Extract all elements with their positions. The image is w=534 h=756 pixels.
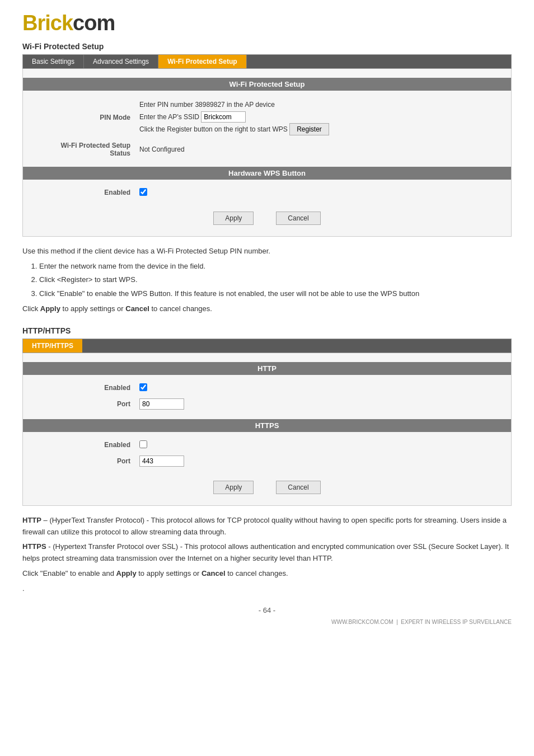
http-port-input[interactable]: [139, 398, 184, 410]
footer-tagline: EXPERT IN WIRELESS IP SURVEILLANCE: [401, 619, 512, 625]
wps-step1: Enter the network name from the device i…: [39, 261, 512, 273]
http-note-mid: to apply settings or: [137, 569, 202, 577]
http-note-suffix: to cancel changes.: [226, 569, 288, 577]
http-tab-bar: HTTP/HTTPS: [22, 339, 512, 353]
hw-enabled-row: Enabled: [34, 185, 500, 200]
wps-steps: Enter the network name from the device i…: [22, 261, 512, 300]
https-port-value: [135, 453, 500, 469]
pin-line3: Click the Register button on the right t…: [139, 123, 495, 136]
http-cancel-bold: Cancel: [202, 569, 226, 577]
http-text: – (HyperText Transfer Protocol) - This p…: [22, 516, 507, 536]
wps-intro: Use this method if the client device has…: [22, 246, 512, 257]
wps-panel: Wi-Fi Protected Setup PIN Mode Enter PIN…: [22, 69, 512, 237]
https-enabled-value: [135, 438, 500, 453]
wps-note: Click Apply to apply settings or Cancel …: [22, 303, 512, 315]
wps-step2: Click <Register> to start WPS.: [39, 274, 512, 286]
http-note-prefix: Click "Enable" to enable and: [22, 569, 116, 577]
http-port-label: Port: [34, 396, 135, 412]
http-panel: HTTP Enabled Port HTTPS Enabled Port: [22, 353, 512, 506]
tab-wps[interactable]: Wi-Fi Protected Setup: [158, 55, 247, 68]
logo-com: com: [73, 11, 115, 35]
https-table: Enabled Port: [34, 438, 500, 469]
wps-apply-bold: Apply: [40, 304, 60, 313]
hw-wps-header: Hardware WPS Button: [23, 167, 511, 180]
http-enabled-label: Enabled: [34, 381, 135, 396]
page-number: - 64 -: [22, 606, 512, 614]
http-apply-button[interactable]: Apply: [213, 481, 254, 494]
http-section-title: HTTP/HTTPS: [22, 326, 512, 335]
http-apply-bold: Apply: [116, 569, 137, 577]
https-text: - (Hypertext Transfer Protocol over SSL)…: [22, 542, 509, 562]
http-desc-para: HTTP – (HyperText Transfer Protocol) - T…: [22, 515, 512, 538]
https-bold: HTTPS: [22, 542, 46, 551]
wps-cancel-button[interactable]: Cancel: [276, 212, 320, 225]
footer-brand-text: WWW.BRICKCOM.COM: [331, 619, 394, 625]
tab-advanced-settings[interactable]: Advanced Settings: [84, 55, 158, 68]
wps-cancel-bold: Cancel: [125, 304, 149, 313]
wps-description: Use this method if the client device has…: [22, 246, 512, 315]
pin-mode-content: Enter PIN number 38989827 in the AP devi…: [135, 96, 500, 139]
register-button[interactable]: Register: [289, 123, 329, 135]
https-desc-para: HTTPS - (Hypertext Transfer Protocol ove…: [22, 541, 512, 565]
http-port-value: [135, 396, 500, 412]
https-enabled-label: Enabled: [34, 438, 135, 453]
http-cancel-button[interactable]: Cancel: [276, 481, 320, 494]
http-enabled-value: [135, 381, 500, 396]
wps-btn-row: Apply Cancel: [34, 207, 500, 227]
footer-brand: WWW.BRICKCOM.COM | EXPERT IN WIRELESS IP…: [22, 619, 512, 625]
http-description: HTTP – (HyperText Transfer Protocol) - T…: [22, 515, 512, 595]
tab-basic-settings[interactable]: Basic Settings: [23, 55, 84, 68]
http-btn-row: Apply Cancel: [34, 476, 500, 496]
logo: Brickcom: [22, 11, 512, 35]
https-enabled-row: Enabled: [34, 438, 500, 453]
http-table: Enabled Port: [34, 381, 500, 412]
pin-mode-label: PIN Mode: [34, 96, 135, 139]
ssid-input[interactable]: [201, 111, 246, 123]
hw-enabled-value: [135, 185, 500, 200]
pin-line2: Enter the AP's SSID: [139, 111, 495, 124]
http-enabled-checkbox[interactable]: [139, 383, 147, 391]
wps-status-row: Wi-Fi Protected Setup Status Not Configu…: [34, 139, 500, 160]
wps-step3: Click "Enable" to enable the WPS Button.…: [39, 288, 512, 300]
https-port-label: Port: [34, 453, 135, 469]
http-bold: HTTP: [22, 516, 41, 524]
http-port-row: Port: [34, 396, 500, 412]
wps-pin-table: PIN Mode Enter PIN number 38989827 in th…: [34, 96, 500, 160]
wps-section-title: Wi-Fi Protected Setup: [22, 42, 512, 51]
wps-apply-button[interactable]: Apply: [213, 212, 254, 225]
http-enabled-row: Enabled: [34, 381, 500, 396]
https-enabled-checkbox[interactable]: [139, 440, 147, 448]
http-header: HTTP: [23, 362, 511, 375]
wps-status-value: Not Configured: [135, 139, 500, 160]
https-port-input[interactable]: [139, 456, 184, 467]
hw-wps-table: Enabled: [34, 185, 500, 200]
wps-panel-header: Wi-Fi Protected Setup: [23, 78, 511, 91]
tab-http-https[interactable]: HTTP/HTTPS: [23, 339, 82, 353]
wps-tab-bar: Basic Settings Advanced Settings Wi-Fi P…: [22, 54, 512, 69]
hw-enabled-label: Enabled: [34, 185, 135, 200]
hw-enabled-checkbox[interactable]: [139, 188, 147, 196]
https-header: HTTPS: [23, 419, 511, 432]
http-note: Click "Enable" to enable and Apply to ap…: [22, 568, 512, 580]
pin-mode-row: PIN Mode Enter PIN number 38989827 in th…: [34, 96, 500, 139]
logo-brick: Brick: [22, 11, 73, 35]
wps-status-label: Wi-Fi Protected Setup Status: [34, 139, 135, 160]
http-dot: .: [22, 583, 512, 595]
pin-line1: Enter PIN number 38989827 in the AP devi…: [139, 99, 495, 111]
https-port-row: Port: [34, 453, 500, 469]
